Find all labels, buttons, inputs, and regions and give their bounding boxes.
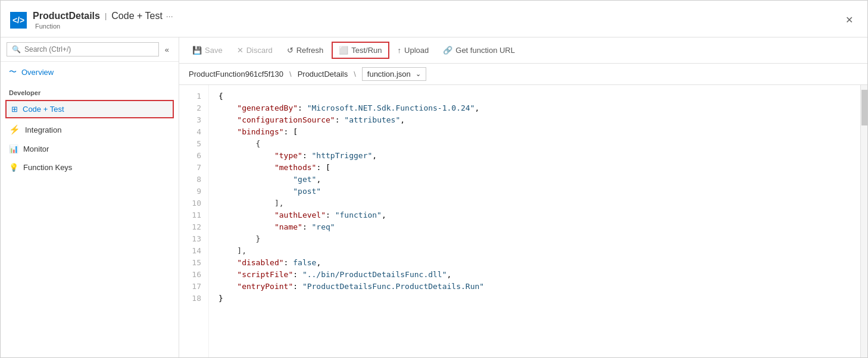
- line-num-2: 2: [179, 102, 208, 114]
- code-line-14: ],: [218, 244, 860, 256]
- title-info: ProductDetails | Code + Test ··· Functio…: [33, 11, 173, 30]
- breadcrumb-part1: ProductFunction961cf5f130: [189, 70, 283, 78]
- code-line-10: ],: [218, 197, 860, 209]
- upload-icon: ↑: [398, 46, 402, 55]
- app-subtitle: Code + Test: [111, 11, 163, 21]
- code-line-12: "name": "req": [218, 221, 860, 233]
- app-title: ProductDetails: [33, 11, 100, 21]
- code-line-17: "entryPoint": "ProductDetailsFunc.Produc…: [218, 280, 860, 292]
- close-button[interactable]: ✕: [841, 12, 858, 28]
- code-line-5: {: [218, 137, 860, 149]
- search-icon: 🔍: [12, 45, 21, 54]
- app-icon: </>: [10, 12, 27, 29]
- search-input[interactable]: [24, 45, 154, 54]
- breadcrumb-sep1: \: [289, 70, 292, 78]
- code-line-9: "post": [218, 185, 860, 197]
- discard-button[interactable]: ✕ Discard: [231, 43, 279, 58]
- line-num-8: 8: [179, 173, 208, 185]
- line-num-3: 3: [179, 114, 208, 125]
- test-run-button[interactable]: ⬜ Test/Run: [332, 42, 389, 59]
- function-keys-icon: 💡: [9, 163, 18, 172]
- code-line-7: "methods": [: [218, 161, 860, 173]
- line-num-11: 11: [179, 209, 208, 221]
- function-label: Function: [35, 23, 173, 30]
- vertical-scrollbar[interactable]: [860, 85, 867, 358]
- sidebar-item-function-keys[interactable]: 💡 Function Keys: [1, 158, 179, 177]
- line-num-4: 4: [179, 125, 208, 137]
- sidebar-item-overview[interactable]: 〜 Overview: [1, 62, 179, 82]
- discard-icon: ✕: [237, 46, 243, 55]
- code-test-label: Code + Test: [23, 105, 64, 114]
- get-function-url-button[interactable]: 🔗 Get function URL: [437, 43, 521, 58]
- search-wrapper: 🔍: [7, 42, 159, 56]
- code-line-2: "generatedBy": "Microsoft.NET.Sdk.Functi…: [218, 102, 860, 114]
- code-line-16: "scriptFile": "../bin/ProductDetailsFunc…: [218, 268, 860, 280]
- line-num-16: 16: [179, 268, 208, 280]
- code-content[interactable]: { "generatedBy": "Microsoft.NET.Sdk.Func…: [209, 85, 860, 358]
- line-num-13: 13: [179, 233, 208, 244]
- function-keys-label: Function Keys: [23, 163, 72, 172]
- sidebar-item-monitor[interactable]: 📊 Monitor: [1, 140, 179, 158]
- main-container: 🔍 « 〜 Overview Developer ⊞ Code + Test ⚡…: [1, 37, 867, 358]
- line-num-12: 12: [179, 221, 208, 233]
- line-num-5: 5: [179, 137, 208, 149]
- code-line-1: {: [218, 90, 860, 102]
- code-line-6: "type": "httpTrigger",: [218, 149, 860, 161]
- breadcrumb-sep2: \: [354, 70, 356, 78]
- line-num-14: 14: [179, 244, 208, 256]
- title-divider: |: [105, 11, 107, 20]
- toolbar: 💾 Save ✕ Discard ↺ Refresh ⬜ Test/Run ↑ …: [179, 37, 867, 64]
- monitor-icon: 📊: [9, 145, 18, 153]
- code-line-11: "authLevel": "function",: [218, 209, 860, 221]
- line-num-18: 18: [179, 292, 208, 304]
- line-num-7: 7: [179, 161, 208, 173]
- code-line-3: "configurationSource": "attributes",: [218, 114, 860, 125]
- search-box: 🔍 «: [1, 37, 179, 62]
- integration-label: Integration: [25, 125, 61, 134]
- sidebar-item-integration[interactable]: ⚡ Integration: [1, 120, 179, 140]
- code-test-icon: ⊞: [11, 105, 18, 114]
- code-line-15: "disabled": false,: [218, 256, 860, 268]
- monitor-label: Monitor: [23, 145, 49, 153]
- refresh-button[interactable]: ↺ Refresh: [281, 43, 330, 58]
- line-num-6: 6: [179, 149, 208, 161]
- breadcrumb-part2: ProductDetails: [298, 70, 348, 78]
- line-num-10: 10: [179, 197, 208, 209]
- refresh-icon: ↺: [287, 46, 294, 55]
- save-icon: 💾: [192, 46, 202, 55]
- title-bar: </> ProductDetails | Code + Test ··· Fun…: [1, 1, 867, 37]
- line-num-17: 17: [179, 280, 208, 292]
- code-test-border: ⊞ Code + Test: [5, 100, 174, 118]
- overview-label: Overview: [21, 68, 54, 77]
- file-dropdown-label: function.json: [367, 70, 411, 78]
- save-button[interactable]: 💾 Save: [186, 43, 229, 58]
- test-run-icon: ⬜: [339, 46, 348, 55]
- code-line-18: }: [218, 292, 860, 304]
- upload-button[interactable]: ↑ Upload: [392, 43, 435, 58]
- title-bar-left: </> ProductDetails | Code + Test ··· Fun…: [10, 11, 173, 30]
- scrollbar-thumb: [861, 90, 867, 125]
- chevron-down-icon: ⌄: [416, 70, 421, 78]
- code-line-13: }: [218, 233, 860, 244]
- breadcrumb: ProductFunction961cf5f130 \ ProductDetai…: [179, 64, 867, 85]
- code-line-4: "bindings": [: [218, 125, 860, 137]
- code-editor: 1 2 3 4 5 6 7 8 9 10 11 12 13 14 15 16 1…: [179, 85, 867, 358]
- developer-section-label: Developer: [1, 82, 179, 99]
- code-line-8: "get",: [218, 173, 860, 185]
- integration-icon: ⚡: [9, 124, 20, 135]
- line-num-15: 15: [179, 256, 208, 268]
- content-area: 💾 Save ✕ Discard ↺ Refresh ⬜ Test/Run ↑ …: [179, 37, 867, 358]
- line-num-9: 9: [179, 185, 208, 197]
- collapse-button[interactable]: «: [161, 44, 173, 55]
- wave-icon: 〜: [9, 67, 17, 77]
- title-ellipsis: ···: [166, 11, 173, 21]
- line-numbers: 1 2 3 4 5 6 7 8 9 10 11 12 13 14 15 16 1…: [179, 85, 209, 358]
- line-num-1: 1: [179, 90, 208, 102]
- file-dropdown[interactable]: function.json ⌄: [362, 67, 426, 81]
- link-icon: 🔗: [443, 46, 452, 55]
- sidebar-item-code-test[interactable]: ⊞ Code + Test: [7, 101, 173, 117]
- sidebar: 🔍 « 〜 Overview Developer ⊞ Code + Test ⚡…: [1, 37, 179, 358]
